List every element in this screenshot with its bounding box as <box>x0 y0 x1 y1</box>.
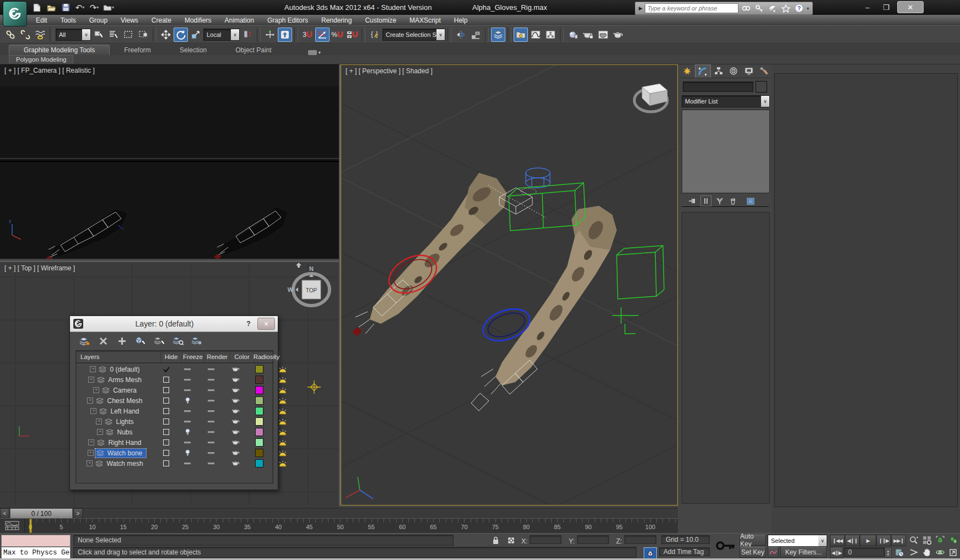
expand-icon[interactable]: + <box>96 418 102 425</box>
next-frame-playback-button[interactable]: ❙❙▶ <box>876 535 891 546</box>
delete-layer-icon[interactable] <box>96 335 110 347</box>
x-coordinate-field[interactable] <box>530 535 562 544</box>
edit-named-selection-sets-icon[interactable]: {} <box>368 28 382 42</box>
menu-item-graph-editors[interactable]: Graph Editors <box>261 16 314 25</box>
schematic-view-icon[interactable] <box>543 28 558 42</box>
layer-render-toggle[interactable] <box>224 366 247 372</box>
layer-dialog-close-button[interactable]: ✕ <box>257 318 275 330</box>
viewport-camera[interactable]: [ + ] [ FP_Camera ] [ Realistic ] <box>0 64 339 259</box>
layer-render-toggle[interactable] <box>224 460 247 466</box>
maximize-viewport-toggle-icon[interactable] <box>947 547 959 558</box>
layer-name-box[interactable]: Left Hand <box>98 407 143 416</box>
layer-color-swatch[interactable] <box>247 459 272 467</box>
expand-icon[interactable]: + <box>88 450 94 456</box>
make-unique-icon[interactable] <box>715 196 725 206</box>
go-to-start-button[interactable]: ❙◀◀ <box>830 535 845 546</box>
spinner-snap-toggle-icon[interactable] <box>345 28 359 42</box>
add-time-tag[interactable]: Add Time Tag <box>659 547 710 556</box>
layer-render-toggle[interactable] <box>224 439 247 445</box>
compass-north-label[interactable]: N <box>309 265 314 272</box>
layer-dialog-titlebar[interactable]: Layer: 0 (default) ? ✕ <box>70 316 278 332</box>
undo-button[interactable]: ↶▾ <box>74 2 86 13</box>
layer-hide-toggle[interactable] <box>176 463 198 465</box>
tab-motion-icon[interactable] <box>726 64 742 78</box>
layer-name-box[interactable]: Arms Mesh <box>96 376 145 384</box>
expand-icon[interactable]: + <box>88 439 94 445</box>
layer-name-box[interactable]: Lights <box>104 417 137 426</box>
unlink-selection-icon[interactable] <box>18 28 33 42</box>
tab-utilities-icon[interactable] <box>757 64 772 78</box>
select-and-move-icon[interactable] <box>159 28 173 42</box>
layer-dialog-help-button[interactable]: ? <box>242 320 255 328</box>
select-object-icon[interactable] <box>91 28 106 42</box>
material-editor-icon[interactable] <box>566 28 580 42</box>
layer-radiosity-toggle[interactable] <box>272 398 294 404</box>
layer-freeze-toggle[interactable] <box>198 389 224 392</box>
layer-color-swatch[interactable] <box>247 417 272 426</box>
application-menu-button[interactable] <box>3 1 27 26</box>
layer-color-swatch[interactable] <box>247 396 272 405</box>
select-by-name-icon[interactable] <box>106 28 121 42</box>
infocenter-search-input[interactable] <box>645 3 738 13</box>
mini-curve-editor-button[interactable] <box>0 519 25 533</box>
layer-freeze-toggle[interactable] <box>198 410 224 412</box>
curve-editor-icon[interactable] <box>528 28 543 42</box>
y-coordinate-field[interactable] <box>577 535 609 544</box>
select-objects-in-layer-icon[interactable] <box>134 335 147 347</box>
menu-item-tools[interactable]: Tools <box>55 16 82 25</box>
configure-modifier-sets-icon[interactable] <box>746 196 756 206</box>
field-of-view-icon[interactable] <box>907 547 920 558</box>
layer-hidden-bulb-icon[interactable] <box>176 449 198 456</box>
tab-hierarchy-icon[interactable] <box>711 64 726 78</box>
ribbon-tab-selection[interactable]: Selection <box>165 45 221 55</box>
layer-current-toggle[interactable] <box>156 439 176 445</box>
menu-item-views[interactable]: Views <box>115 16 144 25</box>
add-to-layer-icon[interactable] <box>115 335 128 347</box>
layer-row-right-hand[interactable]: +Right Hand <box>76 437 273 448</box>
compass-west-label[interactable]: W <box>288 286 294 293</box>
layer-hidden-bulb-icon[interactable] <box>176 428 198 436</box>
layer-freeze-toggle[interactable] <box>198 421 224 423</box>
layer-freeze-toggle[interactable] <box>198 368 224 371</box>
time-configuration-icon[interactable] <box>893 547 905 558</box>
keyboard-shortcut-override-icon[interactable] <box>278 28 292 42</box>
layer-current-toggle[interactable] <box>156 398 176 404</box>
viewport-perspective[interactable]: [ + ] [ Perspective ] [ Shaded ] <box>341 64 678 505</box>
layer-radiosity-toggle[interactable] <box>272 439 294 446</box>
open-file-button[interactable] <box>45 2 57 13</box>
redo-button[interactable]: ↷▾ <box>88 2 100 13</box>
layer-row-nubs[interactable]: +Nubs <box>76 427 273 437</box>
layer-radiosity-toggle[interactable] <box>272 408 294 415</box>
use-pivot-center-icon[interactable] <box>240 28 255 42</box>
key-mode-toggle-icon[interactable]: ◀❙▶ <box>830 547 843 558</box>
render-production-icon[interactable] <box>611 28 625 42</box>
viewcube-face-label[interactable]: TOP <box>306 287 317 293</box>
layer-render-toggle[interactable] <box>224 377 247 383</box>
zoom-all-icon[interactable] <box>920 535 933 546</box>
named-selection-sets-dropdown[interactable]: Create Selection Se∨ <box>382 29 445 41</box>
maxscript-mini-listener-pink[interactable] <box>1 535 71 547</box>
graphite-ribbon-toggle-icon[interactable] <box>514 28 528 42</box>
layer-render-toggle[interactable] <box>224 408 247 414</box>
maxscript-mini-listener-white[interactable]: Max to Physcs Geom <box>1 547 71 559</box>
layer-row-camera[interactable]: +Camera <box>76 385 273 395</box>
previous-frame-playback-button[interactable]: ◀❙❙ <box>845 535 860 546</box>
layer-color-swatch[interactable] <box>247 386 272 394</box>
layer-freeze-toggle[interactable] <box>198 400 224 402</box>
menu-item-maxscript[interactable]: MAXScript <box>403 16 447 25</box>
expand-icon[interactable]: + <box>90 408 96 414</box>
layer-hide-toggle[interactable] <box>176 379 198 381</box>
expand-icon[interactable]: + <box>87 460 93 466</box>
set-key-button[interactable]: Set Key <box>740 547 766 558</box>
zoom-extents-icon[interactable] <box>934 535 946 546</box>
select-and-scale-icon[interactable] <box>188 28 203 42</box>
layer-color-swatch[interactable] <box>247 407 272 415</box>
expand-icon[interactable]: + <box>87 398 93 404</box>
zoom-extents-all-icon[interactable] <box>947 535 959 546</box>
layer-color-swatch[interactable] <box>247 449 272 457</box>
layer-current-toggle[interactable] <box>156 387 176 393</box>
layer-current-toggle[interactable] <box>156 367 176 372</box>
menu-item-customize[interactable]: Customize <box>359 16 402 25</box>
selection-filter-dropdown[interactable]: All∨ <box>56 29 91 41</box>
layer-hide-toggle[interactable] <box>176 421 198 423</box>
